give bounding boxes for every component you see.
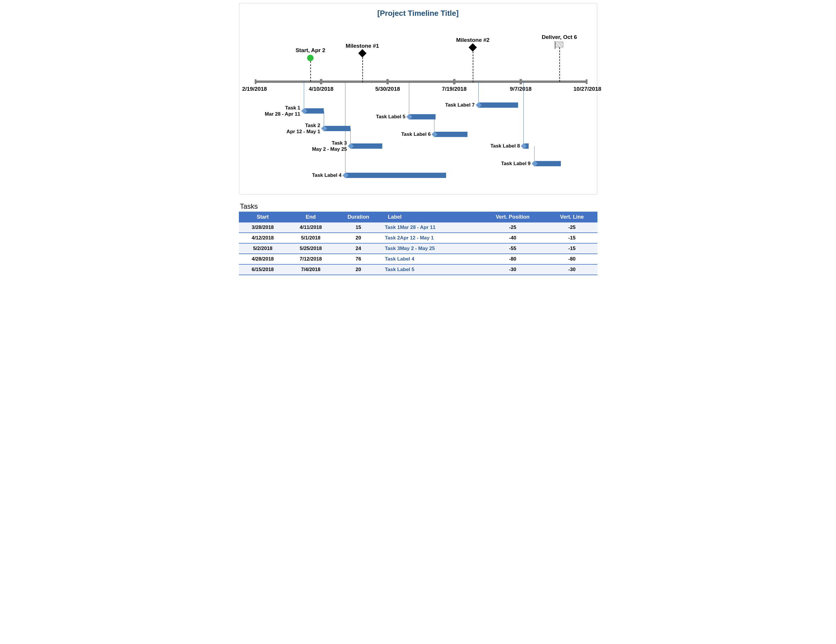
table-cell: 5/1/2018 [287, 233, 335, 243]
x-axis-line [255, 80, 588, 83]
diamond-icon [358, 49, 366, 57]
axis-tick [320, 79, 322, 84]
axis-tick-label: 5/30/2018 [375, 86, 400, 92]
circle-icon [307, 55, 314, 61]
task-label: Task Label 9 [501, 160, 533, 167]
table-cell: 7/4/2018 [287, 264, 335, 275]
axis-tick-label: 7/19/2018 [442, 86, 467, 92]
task-label: Task 2Apr 12 - May 1 [287, 123, 323, 135]
axis-tick-label: 2/19/2018 [242, 86, 267, 92]
table-cell: -80 [547, 254, 597, 264]
table-cell: 24 [335, 243, 382, 254]
milestone-label: Start, Apr 2 [296, 47, 325, 54]
table-cell: Task 2Apr 12 - May 1 [382, 233, 479, 243]
chart-title: [Project Timeline Title] [246, 9, 590, 18]
task-leader [304, 82, 304, 111]
milestone: Milestone #2 [456, 37, 490, 52]
table-cell: 5/25/2018 [287, 243, 335, 254]
table-cell: 7/12/2018 [287, 254, 335, 264]
milestone-label: Milestone #1 [346, 43, 379, 49]
table-header: Start [239, 212, 287, 222]
table-header: End [287, 212, 335, 222]
table-cell: 3/28/2018 [239, 222, 287, 233]
table-cell: -25 [479, 222, 547, 233]
table-row: 5/2/20185/25/201824Task 3May 2 - May 25-… [239, 243, 598, 254]
table-cell: -30 [547, 264, 597, 275]
tasks-heading: Tasks [240, 202, 598, 211]
table-header: Duration [335, 212, 382, 222]
table-header: Label [382, 212, 479, 222]
axis-tick-label: 9/7/2018 [510, 86, 532, 92]
table-header: Vert. Line [547, 212, 597, 222]
task-bar [324, 126, 350, 131]
task-bar [409, 114, 436, 119]
table-cell: Task Label 5 [382, 264, 479, 275]
table-cell: 76 [335, 254, 382, 264]
task-bar [345, 173, 446, 178]
task-bar [478, 103, 518, 108]
table-cell: 4/12/2018 [239, 233, 287, 243]
table-cell: 4/11/2018 [287, 222, 335, 233]
axis-tick [519, 79, 522, 84]
table-cell: 4/28/2018 [239, 254, 287, 264]
table-cell: 20 [335, 233, 382, 243]
table-cell: Task Label 4 [382, 254, 479, 264]
axis-tick-label: 4/10/2018 [309, 86, 334, 92]
table-row: 4/12/20185/1/201820Task 2Apr 12 - May 1-… [239, 233, 598, 243]
task-leader [409, 82, 409, 117]
milestone-label: Milestone #2 [456, 37, 490, 43]
table-cell: -15 [547, 243, 597, 254]
axis-tick [453, 79, 456, 84]
timeline-chart: [Project Timeline Title] 2/19/20184/10/2… [239, 3, 598, 195]
tasks-table: StartEndDurationLabelVert. PositionVert.… [239, 212, 598, 275]
table-cell: -15 [547, 233, 597, 243]
task-bar [304, 108, 324, 114]
table-row: 3/28/20184/11/201815Task 1Mar 28 - Apr 1… [239, 222, 598, 233]
axis-tick [386, 79, 389, 84]
task-bar [434, 132, 467, 137]
task-label: Task 1Mar 28 - Apr 11 [265, 105, 303, 118]
task-bar [523, 144, 529, 149]
table-header: Vert. Position [479, 212, 547, 222]
milestone: Start, Apr 2 [296, 47, 325, 61]
milestone: Deliver, Oct 6 [542, 34, 577, 47]
table-cell: -40 [479, 233, 547, 243]
task-bar [534, 161, 561, 166]
milestone-leader [473, 52, 474, 82]
table-row: 6/15/20187/4/201820Task Label 5-30-30 [239, 264, 598, 275]
table-cell: 15 [335, 222, 382, 233]
milestone-leader [310, 61, 311, 82]
table-row: 4/28/20187/12/201876Task Label 4-80-80 [239, 254, 598, 264]
plot-area: 2/19/20184/10/20185/30/20187/19/20189/7/… [246, 22, 590, 186]
task-leader [523, 82, 524, 146]
table-cell: 5/2/2018 [239, 243, 287, 254]
task-label: Task Label 7 [445, 102, 477, 108]
task-label: Task Label 4 [312, 172, 344, 178]
milestone-label: Deliver, Oct 6 [542, 34, 577, 41]
table-cell: 6/15/2018 [239, 264, 287, 275]
flag-icon [555, 42, 563, 47]
table-cell: -25 [547, 222, 597, 233]
axis-tick-label: 10/27/2018 [573, 86, 601, 92]
milestone: Milestone #1 [346, 43, 379, 57]
task-label: Task Label 6 [401, 131, 433, 137]
table-cell: Task 1Mar 28 - Apr 11 [382, 222, 479, 233]
table-cell: -55 [479, 243, 547, 254]
diamond-icon [469, 43, 477, 52]
table-cell: 20 [335, 264, 382, 275]
table-cell: -80 [479, 254, 547, 264]
milestone-leader [559, 47, 560, 82]
table-cell: Task 3May 2 - May 25 [382, 243, 479, 254]
table-cell: -30 [479, 264, 547, 275]
task-bar [350, 144, 382, 149]
task-label: Task Label 8 [490, 143, 522, 149]
task-label: Task 3May 2 - May 25 [312, 140, 349, 152]
milestone-leader [362, 57, 363, 82]
task-label: Task Label 5 [376, 114, 408, 120]
